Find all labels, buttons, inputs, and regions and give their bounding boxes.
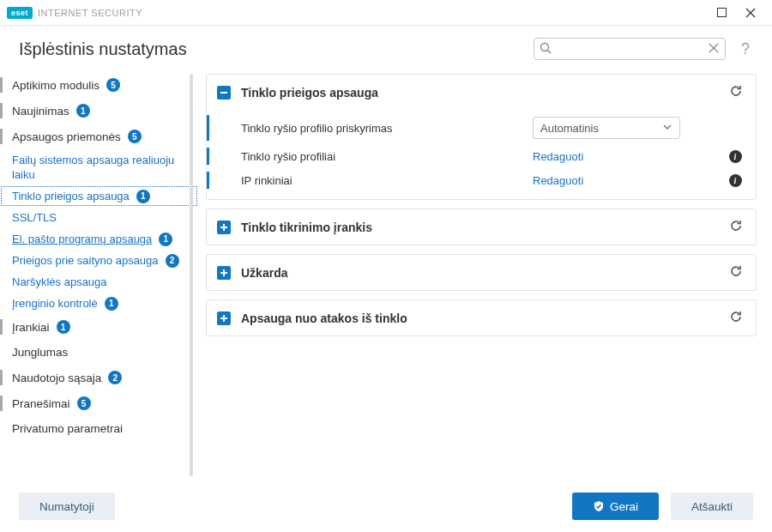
panel-title: Apsauga nuo atakos iš tinklo xyxy=(241,311,727,325)
sidebar-item-label: El. pašto programų apsauga xyxy=(12,232,152,246)
sidebar-item-label: Pranešimai xyxy=(12,397,70,410)
sidebar-badge: 2 xyxy=(108,371,122,384)
window-close-button[interactable] xyxy=(736,1,765,25)
sidebar-subitem[interactable]: El. pašto programų apsauga1 xyxy=(0,228,198,250)
panel-header[interactable]: Tinklo prieigos apsauga xyxy=(207,75,756,110)
sidebar-item[interactable]: Aptikimo modulis5 xyxy=(0,72,198,98)
sidebar-badge: 1 xyxy=(136,190,150,203)
shield-check-icon xyxy=(593,500,605,512)
sidebar-item-label: Failų sistemos apsauga realiuoju laiku xyxy=(12,153,186,182)
sidebar-badge: 1 xyxy=(159,233,172,246)
search-field[interactable] xyxy=(534,38,726,60)
sidebar-subitem[interactable]: Tinklo prieigos apsauga1 xyxy=(0,185,198,207)
sidebar-item-label: Junglumas xyxy=(12,346,68,359)
sidebar-badge: 1 xyxy=(76,104,90,118)
chevron-down-icon xyxy=(662,122,672,135)
sidebar-badge: 5 xyxy=(106,78,120,92)
edit-link[interactable]: Redaguoti xyxy=(533,150,583,163)
expand-icon[interactable] xyxy=(217,311,231,325)
page-title: Išplėstinis nustatymas xyxy=(19,39,187,59)
settings-row: IP rinkiniaiRedaguotii xyxy=(207,168,756,192)
defaults-button[interactable]: Numatytoji xyxy=(19,493,115,520)
sidebar-item[interactable]: Junglumas xyxy=(0,340,198,365)
sidebar-item-label: SSL/TLS xyxy=(12,210,57,225)
reset-icon[interactable] xyxy=(727,82,745,103)
sidebar-subitem[interactable]: Failų sistemos apsauga realiuoju laiku xyxy=(0,149,198,185)
ok-button[interactable]: Gerai xyxy=(572,493,659,520)
search-clear-icon[interactable] xyxy=(708,42,720,57)
row-label: Tinklo ryšio profilio priskyrimas xyxy=(241,122,533,135)
reset-icon[interactable] xyxy=(727,216,745,238)
settings-panel: Apsauga nuo atakos iš tinklo xyxy=(206,299,757,336)
sidebar-item-label: Naudotojo sąsaja xyxy=(12,372,101,384)
footer: Numatytoji Gerai Atšaukti xyxy=(0,481,772,532)
sidebar-badge: 1 xyxy=(57,320,70,334)
svg-rect-0 xyxy=(717,9,726,17)
reset-icon[interactable] xyxy=(727,262,745,283)
panel-title: Tinklo prieigos apsauga xyxy=(241,86,727,100)
sidebar-badge: 2 xyxy=(166,254,179,268)
panel-header[interactable]: Apsauga nuo atakos iš tinklo xyxy=(207,300,756,336)
settings-panel: Užkarda xyxy=(206,254,757,291)
sidebar-subitem[interactable]: SSL/TLS xyxy=(0,207,198,228)
svg-point-3 xyxy=(541,44,549,51)
sidebar-item-label: Įrenginio kontrolė xyxy=(12,296,98,311)
sidebar-subitem[interactable]: Naršyklės apsauga xyxy=(0,271,198,293)
sidebar-item[interactable]: Įrankiai1 xyxy=(0,314,198,340)
settings-row: Tinklo ryšio profilio priskyrimasAutomat… xyxy=(207,112,756,144)
expand-icon[interactable] xyxy=(217,221,231,234)
sidebar-badge: 5 xyxy=(77,396,91,410)
sidebar-item[interactable]: Naudotojo sąsaja2 xyxy=(0,365,198,390)
sidebar-item[interactable]: Naujinimas1 xyxy=(0,98,198,124)
sidebar-item-label: Aptikimo modulis xyxy=(12,79,100,92)
settings-panel: Tinklo tikrinimo įrankis xyxy=(206,209,757,245)
help-button[interactable]: ? xyxy=(738,40,753,58)
sidebar-item-label: Prieigos prie saityno apsauga xyxy=(12,253,159,268)
sidebar-item-label: Naujinimas xyxy=(12,105,69,118)
sidebar-item-label: Naršyklės apsauga xyxy=(12,275,107,289)
panel-title: Tinklo tikrinimo įrankis xyxy=(241,221,727,234)
sidebar-item-label: Apsaugos priemonės xyxy=(12,130,121,143)
panel-header[interactable]: Užkarda xyxy=(207,255,756,290)
expand-icon[interactable] xyxy=(217,266,231,280)
info-icon[interactable]: i xyxy=(729,150,742,163)
edit-link[interactable]: Redaguoti xyxy=(533,174,583,187)
header: Išplėstinis nustatymas ? xyxy=(0,26,772,69)
window-maximize-button[interactable] xyxy=(707,1,736,25)
settings-panel: Tinklo prieigos apsaugaTinklo ryšio prof… xyxy=(206,74,757,200)
sidebar-item-label: Įrankiai xyxy=(12,321,50,334)
select-value: Automatinis xyxy=(540,122,599,135)
settings-row: Tinklo ryšio profiliaiRedaguotii xyxy=(207,144,756,168)
sidebar-badge: 1 xyxy=(105,297,118,311)
svg-line-4 xyxy=(548,51,552,54)
sidebar-subitem[interactable]: Prieigos prie saityno apsauga2 xyxy=(0,250,198,271)
panel-header[interactable]: Tinklo tikrinimo įrankis xyxy=(207,209,756,245)
main: Aptikimo modulis5Naujinimas1Apsaugos pri… xyxy=(0,69,772,481)
sidebar-badge: 5 xyxy=(128,130,142,143)
content: Tinklo prieigos apsaugaTinklo ryšio prof… xyxy=(199,69,772,481)
sidebar-item-label: Privatumo parametrai xyxy=(12,422,123,435)
collapse-icon[interactable] xyxy=(217,86,231,100)
search-icon xyxy=(540,42,552,57)
search-input[interactable] xyxy=(534,43,725,56)
profile-select[interactable]: Automatinis xyxy=(533,117,680,139)
reset-icon[interactable] xyxy=(727,307,745,329)
sidebar-item[interactable]: Pranešimai5 xyxy=(0,390,198,416)
cancel-button[interactable]: Atšaukti xyxy=(671,493,753,520)
titlebar: eset INTERNET SECURITY xyxy=(0,0,772,26)
row-label: IP rinkiniai xyxy=(241,174,533,187)
sidebar-item-label: Tinklo prieigos apsauga xyxy=(12,189,130,203)
ok-button-label: Gerai xyxy=(610,500,638,513)
row-label: Tinklo ryšio profiliai xyxy=(241,150,533,163)
brand-product: INTERNET SECURITY xyxy=(38,8,142,18)
brand-logo: eset xyxy=(7,7,33,19)
sidebar-item[interactable]: Privatumo parametrai xyxy=(0,416,198,441)
sidebar-subitem[interactable]: Įrenginio kontrolė1 xyxy=(0,293,198,314)
sidebar: Aptikimo modulis5Naujinimas1Apsaugos pri… xyxy=(0,69,199,481)
panel-title: Užkarda xyxy=(241,266,727,280)
info-icon[interactable]: i xyxy=(729,174,742,187)
panel-body: Tinklo ryšio profilio priskyrimasAutomat… xyxy=(207,110,756,199)
sidebar-item[interactable]: Apsaugos priemonės5 xyxy=(0,124,198,149)
